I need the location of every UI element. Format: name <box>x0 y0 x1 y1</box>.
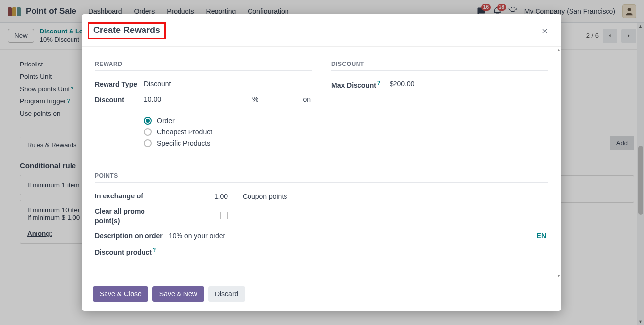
radio-dot-icon <box>144 139 152 147</box>
radio-specific-products[interactable]: Specific Products <box>144 139 312 147</box>
lang-toggle[interactable]: EN <box>537 232 548 240</box>
modal-body: REWARD Reward Type Discount Discount 10.… <box>82 47 561 279</box>
discount-product-label: Discount product? <box>95 247 169 257</box>
radio-order[interactable]: Order <box>144 117 312 125</box>
modal-header: Create Rewards <box>82 14 561 47</box>
discount-on-label: on <box>303 96 311 103</box>
exchange-label: In exchange of <box>95 192 169 201</box>
reward-type-value[interactable]: Discount <box>144 80 312 88</box>
discount-applicability-radios: Order Cheapest Product Specific Products <box>144 113 312 151</box>
close-icon[interactable] <box>539 26 550 36</box>
scroll-down-icon[interactable]: ▼ <box>557 274 561 278</box>
reward-type-label: Reward Type <box>95 80 144 89</box>
radio-dot-icon <box>144 128 152 136</box>
radio-cheapest-product[interactable]: Cheapest Product <box>144 128 312 136</box>
modal-footer: Save & Close Save & New Discard <box>82 279 561 311</box>
discount-label: Discount <box>95 96 144 104</box>
help-icon[interactable]: ? <box>377 80 380 86</box>
radio-specific-label: Specific Products <box>157 139 210 147</box>
max-discount-value[interactable]: $200.00 <box>390 80 548 88</box>
modal-title: Create Rewards <box>93 25 160 35</box>
radio-order-label: Order <box>157 117 175 125</box>
clear-promo-checkbox[interactable] <box>220 212 228 219</box>
save-close-button[interactable]: Save & Close <box>93 286 148 302</box>
section-discount-label: DISCOUNT <box>331 61 548 71</box>
modal-scrollbar[interactable]: ▲ ▼ <box>557 47 561 279</box>
discard-button[interactable]: Discard <box>208 286 245 302</box>
discount-unit-select[interactable]: % <box>252 96 258 103</box>
description-input[interactable]: 10% on your order <box>169 232 225 240</box>
clear-promo-label: Clear all promo point(s) <box>95 207 169 226</box>
save-new-button[interactable]: Save & New <box>152 286 204 302</box>
modal-title-highlight: Create Rewards <box>88 22 166 39</box>
radio-cheapest-label: Cheapest Product <box>157 128 212 136</box>
create-rewards-modal: Create Rewards REWARD Reward Type Discou… <box>82 14 561 311</box>
section-points-label: POINTS <box>95 172 548 183</box>
exchange-unit: Coupon points <box>243 193 287 200</box>
description-label: Description on order <box>95 231 169 241</box>
help-icon[interactable]: ? <box>153 247 156 253</box>
section-reward-label: REWARD <box>95 61 312 71</box>
reward-column: REWARD Reward Type Discount Discount 10.… <box>95 61 312 158</box>
radio-dot-icon <box>144 117 152 125</box>
exchange-value-input[interactable]: 1.00 <box>169 193 243 200</box>
max-discount-label: Max Discount? <box>331 80 390 90</box>
discount-value-input[interactable]: 10.00 <box>144 96 243 103</box>
scroll-up-icon[interactable]: ▲ <box>557 48 561 52</box>
discount-column: DISCOUNT Max Discount? $200.00 <box>331 61 548 158</box>
